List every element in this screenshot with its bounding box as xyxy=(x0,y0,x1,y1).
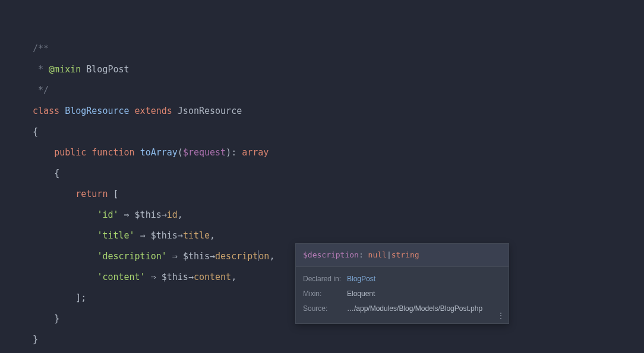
tooltip-var: $description xyxy=(303,250,359,259)
docblock-open: /** xyxy=(33,43,49,54)
comma: , xyxy=(269,251,274,262)
method-brace-close: } xyxy=(54,313,59,324)
tooltip-colon: : xyxy=(359,250,368,259)
prop-title: title xyxy=(183,230,210,241)
method-brace-open: { xyxy=(54,168,59,179)
cursor-icon xyxy=(258,250,258,261)
class-brace-close: } xyxy=(33,334,38,345)
tooltip-source-label: Source: xyxy=(303,304,347,314)
bracket-open: [ xyxy=(113,189,118,199)
tooltip-header: $description: null|string xyxy=(296,244,509,267)
tooltip-row-source: Source: …/app/Modules/Blog/Models/BlogPo… xyxy=(303,301,501,316)
tooltip-row-declared: Declared in: BlogPost xyxy=(303,272,501,287)
comma: , xyxy=(210,230,215,241)
param-var: $request xyxy=(183,147,226,158)
tooltip-null: null xyxy=(368,250,387,259)
mixin-type: BlogPost xyxy=(86,64,129,75)
method-name: toArray xyxy=(140,147,178,158)
arrow-thin: → xyxy=(210,251,215,262)
this: $this xyxy=(183,251,210,262)
arrow-fat: ⇒ xyxy=(151,272,156,282)
this: $this xyxy=(162,272,188,282)
tooltip-source-value[interactable]: …/app/Modules/Blog/Models/BlogPost.php xyxy=(347,304,482,314)
prop-id: id xyxy=(167,209,178,220)
key-description: 'description' xyxy=(97,251,166,262)
tooltip-mixin-label: Mixin: xyxy=(303,289,347,299)
paren-close: ) xyxy=(226,147,231,158)
arrow-thin: → xyxy=(188,272,194,282)
more-icon[interactable]: ⋮ xyxy=(497,311,505,320)
docblock-close: */ xyxy=(33,85,49,96)
docblock-star: * xyxy=(33,64,49,75)
tooltip-type: string xyxy=(392,250,419,259)
tooltip-row-mixin: Mixin: Eloquent xyxy=(303,287,501,301)
kw-return: return xyxy=(75,189,108,199)
arrow-fat: ⇒ xyxy=(124,209,130,220)
comma: , xyxy=(231,272,236,282)
kw-extends: extends xyxy=(135,106,172,116)
tooltip-declared-label: Declared in: xyxy=(303,274,347,284)
key-content: 'content' xyxy=(97,272,145,282)
paren-open: ( xyxy=(178,147,183,158)
hover-tooltip: $description: null|string Declared in: B… xyxy=(295,243,509,324)
parent-class: JsonResource xyxy=(178,106,242,116)
return-type: array xyxy=(242,147,269,158)
kw-public: public xyxy=(54,147,86,158)
this: $this xyxy=(135,209,162,220)
kw-class: class xyxy=(33,106,59,116)
this: $this xyxy=(151,230,178,241)
arrow-fat: ⇒ xyxy=(172,251,178,262)
tooltip-body: Declared in: BlogPost Mixin: Eloquent So… xyxy=(296,267,509,323)
brace-open: { xyxy=(33,126,38,137)
key-id: 'id' xyxy=(97,209,118,220)
at-mixin: @mixin xyxy=(49,64,81,75)
prop-description-2: on xyxy=(258,251,269,262)
class-name: BlogResource xyxy=(65,106,129,116)
arrow-fat: ⇒ xyxy=(140,230,146,241)
arrow-thin: → xyxy=(178,230,183,241)
arrow-thin: → xyxy=(162,209,167,220)
colon: : xyxy=(231,147,236,158)
prop-description-1: descript xyxy=(215,251,258,262)
tooltip-mixin-value: Eloquent xyxy=(347,289,375,299)
tooltip-declared-value[interactable]: BlogPost xyxy=(347,274,375,284)
tooltip-pipe: | xyxy=(387,250,392,259)
prop-content: content xyxy=(194,272,231,282)
key-title: 'title' xyxy=(97,230,134,241)
kw-function: function xyxy=(91,147,134,158)
bracket-close: ]; xyxy=(75,292,86,303)
comma: , xyxy=(178,209,183,220)
